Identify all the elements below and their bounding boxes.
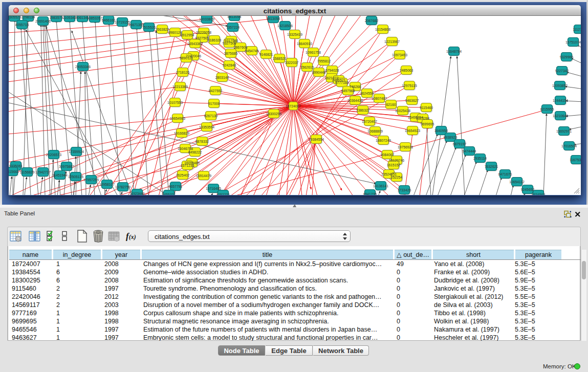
svg-text:16543362: 16543362 <box>187 42 203 46</box>
svg-text:19166829: 19166829 <box>174 132 189 135</box>
svg-text:2718126: 2718126 <box>176 71 190 74</box>
svg-text:19384554: 19384554 <box>309 138 324 141</box>
svg-text:17957255: 17957255 <box>83 178 99 182</box>
svg-text:8938923: 8938923 <box>444 136 458 139</box>
svg-text:10033809: 10033809 <box>199 17 214 21</box>
svg-text:12093852: 12093852 <box>552 84 568 87</box>
svg-text:6879197: 6879197 <box>453 142 467 146</box>
svg-text:15716485: 15716485 <box>206 187 221 190</box>
svg-text:8912954: 8912954 <box>181 33 194 37</box>
svg-text:12975115: 12975115 <box>402 84 417 87</box>
svg-text:8813054: 8813054 <box>228 16 242 18</box>
svg-text:10719155: 10719155 <box>115 20 130 24</box>
svg-text:12213369: 12213369 <box>172 85 188 89</box>
svg-text:8878332: 8878332 <box>195 140 209 143</box>
svg-text:9324563: 9324563 <box>532 193 546 195</box>
svg-text:30975867: 30975867 <box>59 165 74 168</box>
svg-text:16782759: 16782759 <box>115 185 130 189</box>
svg-text:6497568: 6497568 <box>341 89 355 93</box>
svg-text:10807487: 10807487 <box>372 97 387 100</box>
svg-text:12444154: 12444154 <box>553 99 568 102</box>
svg-text:9245652: 9245652 <box>521 188 535 191</box>
svg-text:20206573: 20206573 <box>46 153 61 157</box>
svg-text:3322037: 3322037 <box>285 61 299 64</box>
svg-text:7625402: 7625402 <box>176 173 190 177</box>
svg-text:16046758: 16046758 <box>178 147 193 150</box>
svg-text:8498222: 8498222 <box>188 150 202 154</box>
svg-text:16671355: 16671355 <box>128 23 144 27</box>
svg-text:9242848: 9242848 <box>223 63 236 67</box>
svg-text:23226058: 23226058 <box>196 31 211 34</box>
svg-text:17359924: 17359924 <box>69 150 84 154</box>
svg-text:9657791: 9657791 <box>169 185 183 188</box>
svg-text:1571233: 1571233 <box>181 164 194 167</box>
svg-text:1733426: 1733426 <box>398 188 411 192</box>
svg-text:1640954: 1640954 <box>434 129 448 133</box>
svg-text:8471676: 8471676 <box>498 172 512 176</box>
svg-text:2087682: 2087682 <box>365 19 379 23</box>
svg-text:8813054: 8813054 <box>267 17 280 20</box>
svg-text:16914479: 16914479 <box>196 174 211 178</box>
svg-text:10025438: 10025438 <box>395 109 410 113</box>
svg-text:7955812: 7955812 <box>317 59 331 63</box>
svg-text:20364436: 20364436 <box>347 99 363 102</box>
svg-text:7663822: 7663822 <box>156 28 169 31</box>
svg-text:12942737: 12942737 <box>35 170 51 174</box>
svg-text:7386322: 7386322 <box>356 108 370 112</box>
svg-text:8941235: 8941235 <box>363 192 377 195</box>
svg-text:15720407: 15720407 <box>362 120 377 123</box>
svg-text:9084067: 9084067 <box>381 153 395 157</box>
svg-text:10958107: 10958107 <box>99 183 115 186</box>
svg-text:746266: 746266 <box>350 85 361 89</box>
svg-text:16210643: 16210643 <box>553 114 568 118</box>
svg-text:19218506: 19218506 <box>277 24 293 28</box>
svg-text:19654985: 19654985 <box>170 117 185 120</box>
svg-text:16648784: 16648784 <box>446 50 462 53</box>
svg-text:17016504: 17016504 <box>561 144 577 148</box>
svg-text:9327505: 9327505 <box>195 36 209 40</box>
svg-text:15751074: 15751074 <box>565 40 581 44</box>
svg-text:9329966: 9329966 <box>560 55 574 59</box>
svg-text:2298134: 2298134 <box>21 16 35 19</box>
svg-text:15692971: 15692971 <box>556 129 572 133</box>
svg-text:19654923: 19654923 <box>405 129 420 133</box>
svg-text:18807249: 18807249 <box>376 139 391 142</box>
svg-text:1052231: 1052231 <box>216 193 230 195</box>
svg-text:2105342: 2105342 <box>63 16 77 19</box>
svg-text:1588520: 1588520 <box>273 57 287 60</box>
svg-text:11156829: 11156829 <box>19 170 34 174</box>
svg-text:20691406: 20691406 <box>35 19 51 23</box>
svg-text:9960124: 9960124 <box>168 31 182 34</box>
svg-text:13353594: 13353594 <box>199 125 214 129</box>
svg-text:12213967: 12213967 <box>384 40 400 43</box>
svg-text:11923446: 11923446 <box>129 192 145 195</box>
svg-text:18300295: 18300295 <box>266 112 281 116</box>
svg-text:2935114: 2935114 <box>473 157 487 160</box>
svg-text:11451944: 11451944 <box>52 173 68 177</box>
svg-text:9335061: 9335061 <box>9 164 23 168</box>
svg-text:3624554: 3624554 <box>360 92 374 95</box>
svg-text:1562615: 1562615 <box>300 65 314 69</box>
svg-text:6466160: 6466160 <box>102 18 116 22</box>
svg-text:917006: 917006 <box>208 102 220 105</box>
svg-text:10961758: 10961758 <box>306 51 321 54</box>
svg-text:29053346: 29053346 <box>75 65 91 69</box>
svg-text:7485063: 7485063 <box>400 69 413 72</box>
svg-text:252254: 252254 <box>391 176 403 179</box>
svg-text:8215955: 8215955 <box>540 107 554 111</box>
svg-text:9315661: 9315661 <box>9 170 19 173</box>
svg-text:9777169: 9777169 <box>335 81 349 84</box>
svg-text:3875685: 3875685 <box>224 52 238 55</box>
svg-text:18640910: 18640910 <box>297 42 312 46</box>
svg-text:62160: 62160 <box>386 103 396 106</box>
svg-text:2867608: 2867608 <box>234 46 248 49</box>
svg-text:6794028: 6794028 <box>325 69 339 72</box>
svg-text:4055715: 4055715 <box>15 23 29 27</box>
svg-text:9313284: 9313284 <box>416 117 430 120</box>
svg-text:1112784: 1112784 <box>573 28 581 31</box>
svg-text:10973493: 10973493 <box>392 53 407 57</box>
svg-text:1615152: 1615152 <box>387 163 401 167</box>
svg-text:2803144: 2803144 <box>215 76 229 79</box>
svg-text:7632621: 7632621 <box>485 165 498 168</box>
svg-text:10107553: 10107553 <box>167 101 183 104</box>
